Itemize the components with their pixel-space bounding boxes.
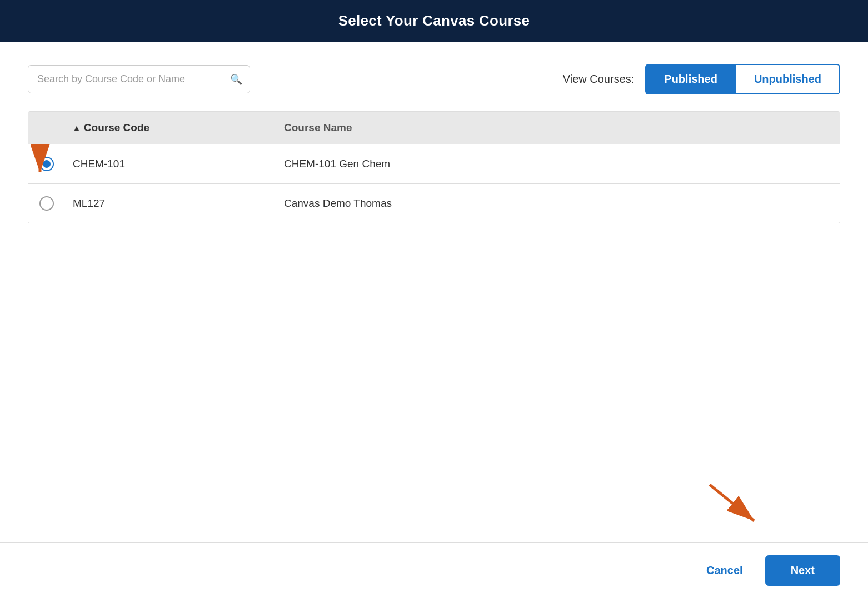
row-radio-col bbox=[39, 157, 73, 171]
table-row[interactable]: CHEM-101 CHEM-101 Gen Chem bbox=[28, 144, 840, 184]
radio-inner-dot bbox=[43, 160, 51, 168]
header-course-code[interactable]: ▲ Course Code bbox=[73, 122, 284, 134]
table-row[interactable]: ML127 Canvas Demo Thomas bbox=[28, 184, 840, 223]
course-name-ml127: Canvas Demo Thomas bbox=[284, 197, 392, 210]
search-wrapper: 🔍 bbox=[28, 65, 250, 93]
header-course-name: Course Name bbox=[284, 122, 352, 134]
next-button[interactable]: Next bbox=[765, 555, 840, 586]
course-code-chem101: CHEM-101 bbox=[73, 158, 284, 170]
row-radio-col bbox=[39, 196, 73, 211]
main-content: 🔍 View Courses: Published Unpublished ▲ … bbox=[0, 42, 868, 595]
search-input[interactable] bbox=[28, 65, 250, 93]
page-header: Select Your Canvas Course bbox=[0, 0, 868, 42]
course-table: ▲ Course Code Course Name CHEM-101 CHEM-… bbox=[28, 111, 840, 223]
unpublished-button[interactable]: Unpublished bbox=[735, 64, 840, 94]
controls-row: 🔍 View Courses: Published Unpublished bbox=[28, 64, 840, 94]
sort-arrow-icon: ▲ bbox=[73, 123, 81, 132]
view-courses-group: View Courses: Published Unpublished bbox=[563, 64, 840, 94]
cancel-button[interactable]: Cancel bbox=[695, 556, 754, 585]
course-code-ml127: ML127 bbox=[73, 197, 284, 210]
view-courses-label: View Courses: bbox=[563, 73, 635, 86]
published-button[interactable]: Published bbox=[645, 64, 735, 94]
radio-button-chem101[interactable] bbox=[39, 157, 54, 171]
footer: Cancel Next bbox=[0, 542, 868, 598]
radio-button-ml127[interactable] bbox=[39, 196, 54, 211]
page-title: Select Your Canvas Course bbox=[338, 12, 530, 29]
table-header: ▲ Course Code Course Name bbox=[28, 112, 840, 144]
course-name-chem101: CHEM-101 Gen Chem bbox=[284, 158, 390, 170]
